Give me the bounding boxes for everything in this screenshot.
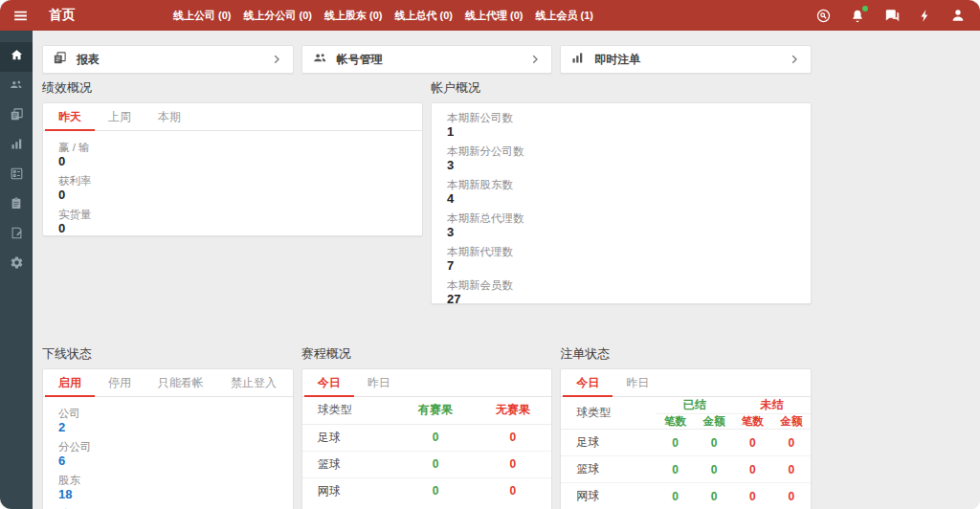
- tab-disabled[interactable]: 停用: [95, 369, 145, 396]
- performance-title: 绩效概况: [42, 81, 423, 95]
- live-bets-card[interactable]: 即时注单: [560, 45, 812, 74]
- field-value: 0: [58, 221, 407, 236]
- reports-card[interactable]: 报表: [42, 45, 294, 74]
- field-label: 分公司: [58, 440, 278, 454]
- table-row: 网球 0 0 0 0: [561, 483, 811, 509]
- tab-login-banned[interactable]: 禁止登入: [217, 369, 290, 396]
- settled-count: 0: [656, 456, 694, 483]
- field-label: 获利率: [58, 174, 407, 188]
- tab-yesterday[interactable]: 昨天: [45, 103, 95, 130]
- accounts-card: 本期新公司数 1 本期新分公司数 3 本期新股东数 4 本期新总代理数: [431, 102, 812, 304]
- field-win-loss: 赢 / 输 0: [58, 141, 407, 169]
- table-row: 篮球 0 0: [302, 451, 552, 477]
- sport-label: 网球: [561, 483, 656, 509]
- sport-label: 网球: [302, 477, 397, 504]
- nav-online-agent[interactable]: 线上代理 (0): [465, 9, 523, 23]
- sidebar-item-home[interactable]: [0, 42, 33, 72]
- tab-view-only[interactable]: 只能看帐: [145, 369, 217, 396]
- field-branch: 分公司 6: [58, 440, 278, 469]
- table-row: 足球 0 0 0 0: [561, 430, 811, 456]
- sidebar-item-statistics[interactable]: [0, 131, 33, 161]
- nav-online-member[interactable]: 线上会员 (1): [536, 9, 594, 23]
- col-count: 笔数: [656, 414, 694, 430]
- bell-icon[interactable]: [850, 8, 865, 24]
- chat-icon[interactable]: [883, 8, 900, 24]
- performance-fields: 赢 / 输 0 获利率 0 实货量 0: [43, 131, 422, 236]
- notebook-icon: [10, 226, 24, 244]
- schedule-card: 今日 昨日 球类型 有赛果 无赛果: [301, 368, 553, 509]
- col-amount: 金额: [772, 414, 811, 430]
- settled-amount: 0: [695, 430, 733, 456]
- with-result-value: 0: [397, 424, 475, 451]
- field-label: 实货量: [58, 208, 407, 221]
- documents-icon: [53, 51, 67, 69]
- without-result-value: 0: [475, 424, 552, 451]
- lightning-icon[interactable]: [918, 8, 932, 24]
- field-new-branches: 本期新分公司数 3: [447, 144, 795, 173]
- sidebar-item-users[interactable]: [0, 72, 33, 101]
- col-group-settled: 已结: [656, 397, 733, 414]
- bets-table: 球类型 已结 未结 笔数 金额 笔数 金额: [561, 397, 811, 509]
- field-value[interactable]: 18: [58, 487, 278, 502]
- accounts-section: 帐户概况 本期新公司数 1 本期新分公司数 3 本期新股东数: [431, 81, 812, 304]
- tab-yesterday[interactable]: 昨日: [354, 369, 404, 396]
- status-row: 下线状态 启用 停用 只能看帐 禁止登入 公司 2 分公司: [42, 347, 812, 509]
- nav-online-shareholder[interactable]: 线上股东 (0): [324, 9, 383, 23]
- tab-last-week[interactable]: 上周: [95, 103, 145, 130]
- field-value[interactable]: 2: [58, 420, 278, 435]
- tab-yesterday[interactable]: 昨日: [612, 369, 662, 396]
- field-value: 7: [447, 258, 795, 274]
- field-new-members: 本期新会员数 27: [447, 278, 795, 304]
- unsettled-count: 0: [733, 483, 771, 509]
- search-circle-icon[interactable]: [815, 8, 832, 24]
- field-label: 本期新总代理数: [447, 211, 795, 225]
- field-value: 1: [447, 124, 795, 140]
- field-new-companies: 本期新公司数 1: [447, 111, 795, 140]
- sidebar-item-settings[interactable]: [0, 250, 33, 279]
- col-count: 笔数: [733, 414, 771, 430]
- bets-card: 今日 昨日 球类型 已结 未结 笔数 金额: [560, 368, 812, 509]
- topbar: 首页 线上公司 (0) 线上分公司 (0) 线上股东 (0) 线上总代 (0) …: [0, 0, 980, 31]
- hamburger-menu-icon[interactable]: [12, 8, 29, 24]
- nav-online-company[interactable]: 线上公司 (0): [173, 9, 232, 23]
- sidebar-item-lists[interactable]: [0, 161, 33, 190]
- overview-row: 绩效概况 昨天 上周 本期 赢 / 输 0 获利率 0: [42, 81, 812, 304]
- field-turnover: 实货量 0: [58, 208, 407, 236]
- tab-this-period[interactable]: 本期: [145, 103, 194, 130]
- downline-title: 下线状态: [42, 347, 294, 361]
- field-value[interactable]: 6: [58, 454, 278, 469]
- field-value: 0: [58, 154, 407, 169]
- account-management-card-label: 帐号管理: [337, 52, 383, 68]
- tab-today[interactable]: 今日: [304, 369, 354, 396]
- settled-amount: 0: [695, 456, 733, 483]
- unsettled-amount: 0: [772, 483, 811, 509]
- without-result-value: 0: [475, 451, 552, 477]
- field-label: 本期新分公司数: [447, 144, 795, 158]
- schedule-title: 赛程概况: [301, 347, 553, 361]
- home-icon: [10, 48, 24, 66]
- field-shareholder: 股东 18: [58, 474, 278, 502]
- downline-card: 启用 停用 只能看帐 禁止登入 公司 2 分公司 6: [42, 368, 294, 509]
- schedule-tabs: 今日 昨日: [302, 369, 552, 397]
- settled-count: 0: [656, 430, 694, 456]
- account-management-card[interactable]: 帐号管理: [301, 45, 553, 74]
- sport-label: 篮球: [302, 451, 397, 477]
- users-icon: [9, 77, 24, 96]
- group-icon: [312, 51, 327, 69]
- unsettled-count: 0: [733, 456, 771, 483]
- col-amount: 金额: [695, 414, 733, 430]
- sidebar-item-orders[interactable]: [0, 190, 33, 220]
- nav-online-branch[interactable]: 线上分公司 (0): [244, 9, 313, 23]
- reports-card-label: 报表: [77, 52, 100, 68]
- nav-online-master-agent[interactable]: 线上总代 (0): [395, 9, 454, 23]
- tab-enabled[interactable]: 启用: [45, 369, 95, 396]
- with-result-value: 0: [397, 451, 475, 477]
- user-icon[interactable]: [950, 8, 966, 23]
- sidebar-item-records[interactable]: [0, 220, 33, 250]
- tab-today[interactable]: 今日: [563, 369, 612, 396]
- field-label: 本期新公司数: [447, 111, 795, 124]
- sidebar-item-reports[interactable]: [0, 101, 33, 131]
- page-title: 首页: [49, 7, 76, 24]
- field-label: 本期新股东数: [447, 178, 795, 191]
- col-with-result: 有赛果: [397, 397, 475, 424]
